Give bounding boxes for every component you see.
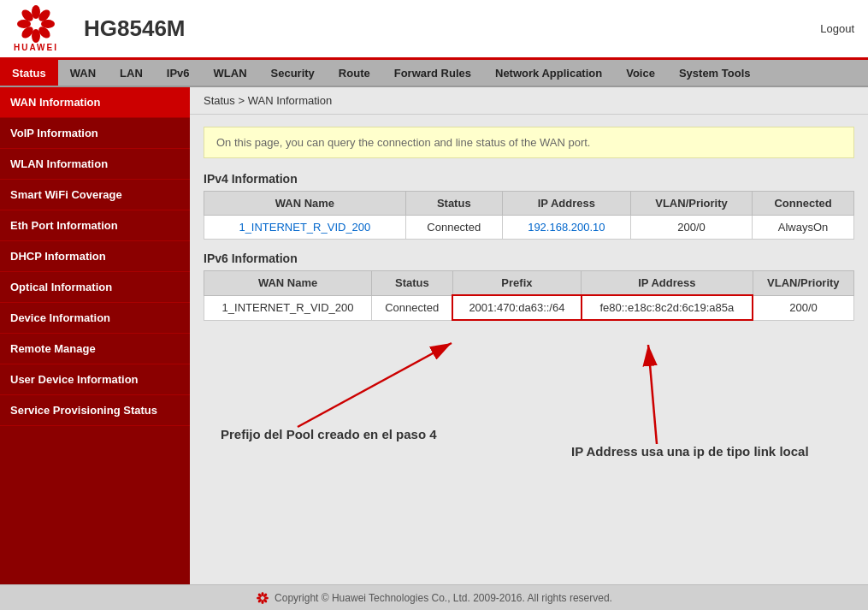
svg-line-10 — [648, 345, 657, 444]
ipv4-status: Connected — [405, 216, 502, 240]
ipv4-vlan-priority: 200/0 — [630, 216, 752, 240]
sidebar-item-wlan-information[interactable]: WLAN Information — [0, 149, 190, 180]
ipv6-section-title: IPv6 Information — [204, 252, 854, 265]
nav-item-status[interactable]: Status — [0, 60, 58, 86]
ipv6-col-wan-name: WAN Name — [204, 271, 372, 296]
prefix-annotation: Prefijo del Pool creado en el paso 4 — [221, 427, 437, 441]
breadcrumb: Status > WAN Information — [190, 87, 868, 115]
ipv4-col-ip: IP Address — [502, 192, 630, 216]
ipv6-col-ip: IP Address — [582, 271, 753, 296]
nav-item-wlan[interactable]: WLAN — [202, 60, 259, 86]
ipv4-col-wan-name: WAN Name — [204, 192, 406, 216]
ipv4-wan-name: 1_INTERNET_R_VID_200 — [204, 216, 406, 240]
ipv4-body: 1_INTERNET_R_VID_200 Connected 192.168.2… — [204, 216, 854, 240]
ipv4-section-title: IPv4 Information — [204, 172, 854, 186]
nav-item-lan[interactable]: LAN — [108, 60, 155, 86]
sidebar-item-voip-information[interactable]: VoIP Information — [0, 118, 190, 149]
ipv6-col-status: Status — [372, 271, 453, 296]
brand-label: HUAWEI — [14, 43, 58, 52]
annotation-area: Prefijo del Pool creado en el paso 4 IP … — [204, 333, 854, 512]
main-content: Status > WAN Information On this page, y… — [190, 87, 868, 584]
ipv6-header-row: WAN Name Status Prefix IP Address VLAN/P… — [204, 271, 854, 296]
ipv6-prefix: 2001:470:da63::/64 — [452, 295, 581, 320]
ipv6-wan-name: 1_INTERNET_R_VID_200 — [204, 295, 372, 320]
footer-logo-icon — [256, 592, 269, 604]
ip-annotation: IP Address usa una ip de tipo link local — [571, 444, 809, 459]
ipv4-col-vlan: VLAN/Priority — [630, 192, 752, 216]
ipv6-col-vlan: VLAN/Priority — [753, 271, 853, 296]
main-nav: StatusWANLANIPv6WLANSecurityRouteForward… — [0, 60, 868, 87]
ipv6-status: Connected — [372, 295, 453, 320]
content-area: On this page, you can query the connecti… — [190, 115, 868, 524]
footer-text: Copyright © Huawei Technologies Co., Ltd… — [275, 592, 612, 604]
sidebar-item-service-provisioning-status[interactable]: Service Provisioning Status — [0, 395, 190, 426]
sidebar-item-device-information[interactable]: Device Information — [0, 303, 190, 334]
nav-item-system-tools[interactable]: System Tools — [667, 60, 763, 86]
nav-item-forward-rules[interactable]: Forward Rules — [382, 60, 483, 86]
sidebar-item-wan-information[interactable]: WAN Information — [0, 87, 190, 118]
ipv6-table: WAN Name Status Prefix IP Address VLAN/P… — [204, 270, 854, 321]
ipv4-col-connected: Connected — [753, 192, 854, 216]
model-title: HG8546M — [75, 15, 820, 42]
nav-item-route[interactable]: Route — [327, 60, 382, 86]
sidebar-item-dhcp-information[interactable]: DHCP Information — [0, 241, 190, 272]
info-message: On this page, you can query the connecti… — [204, 127, 854, 158]
ipv4-connected: AlwaysOn — [753, 216, 854, 240]
table-row: 1_INTERNET_R_VID_200 Connected 2001:470:… — [204, 295, 854, 320]
footer: Copyright © Huawei Technologies Co., Ltd… — [0, 584, 868, 610]
nav-item-voice[interactable]: Voice — [614, 60, 667, 86]
table-row: 1_INTERNET_R_VID_200 Connected 192.168.2… — [204, 216, 854, 240]
sidebar-item-eth-port-information[interactable]: Eth Port Information — [0, 210, 190, 241]
nav-item-ipv6[interactable]: IPv6 — [155, 60, 202, 86]
huawei-logo-icon — [15, 5, 57, 43]
ipv4-col-status: Status — [405, 192, 502, 216]
ipv6-body: 1_INTERNET_R_VID_200 Connected 2001:470:… — [204, 295, 854, 320]
sidebar: WAN InformationVoIP InformationWLAN Info… — [0, 87, 190, 584]
logout-button[interactable]: Logout — [820, 22, 854, 35]
svg-line-9 — [298, 343, 452, 427]
nav-item-security[interactable]: Security — [259, 60, 327, 86]
nav-item-network-application[interactable]: Network Application — [483, 60, 614, 86]
ipv6-ip-address: fe80::e18c:8c2d:6c19:a85a — [582, 295, 753, 320]
sidebar-item-user-device-information[interactable]: User Device Information — [0, 364, 190, 395]
ipv4-ip-address: 192.168.200.10 — [502, 216, 630, 240]
ipv4-table: WAN Name Status IP Address VLAN/Priority… — [204, 191, 854, 240]
layout: WAN InformationVoIP InformationWLAN Info… — [0, 87, 868, 584]
sidebar-item-optical-information[interactable]: Optical Information — [0, 272, 190, 303]
ipv6-col-prefix: Prefix — [452, 271, 581, 296]
sidebar-item-smart-wifi-coverage[interactable]: Smart WiFi Coverage — [0, 180, 190, 210]
ipv4-header-row: WAN Name Status IP Address VLAN/Priority… — [204, 192, 854, 216]
logo-area: HUAWEI — [14, 5, 58, 52]
sidebar-item-remote-manage[interactable]: Remote Manage — [0, 334, 190, 364]
arrows-svg — [204, 333, 854, 512]
header: HUAWEI HG8546M Logout — [0, 0, 868, 60]
nav-item-wan[interactable]: WAN — [58, 60, 108, 86]
ipv6-vlan-priority: 200/0 — [753, 295, 853, 320]
